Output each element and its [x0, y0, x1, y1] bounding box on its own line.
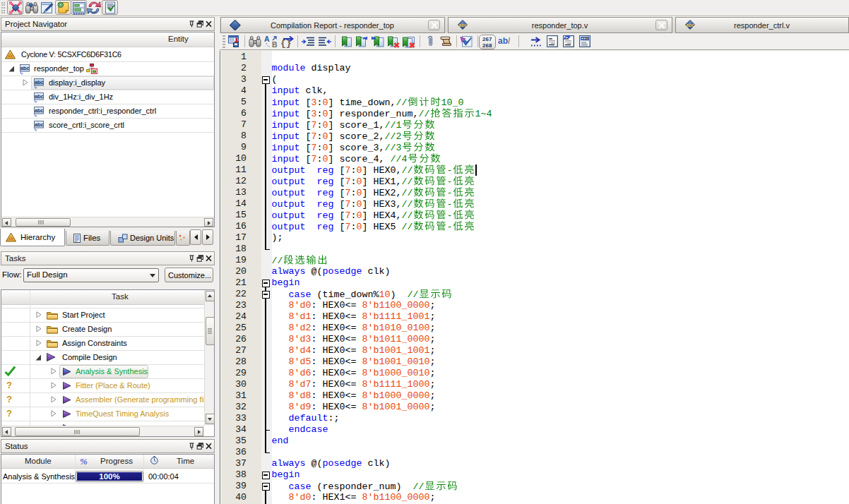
svg-text:B: B [272, 40, 278, 48]
svg-text:abc: abc [458, 23, 467, 28]
svg-text:abc: abc [35, 79, 44, 85]
svg-text:{}: {} [280, 38, 292, 48]
svg-text:abc: abc [20, 65, 29, 71]
svg-text:A: A [264, 35, 270, 43]
svg-text:abc: abc [35, 121, 44, 128]
svg-text:abc: abc [35, 93, 44, 100]
svg-text:abc: abc [35, 107, 44, 114]
svg-text:abc: abc [686, 23, 694, 28]
